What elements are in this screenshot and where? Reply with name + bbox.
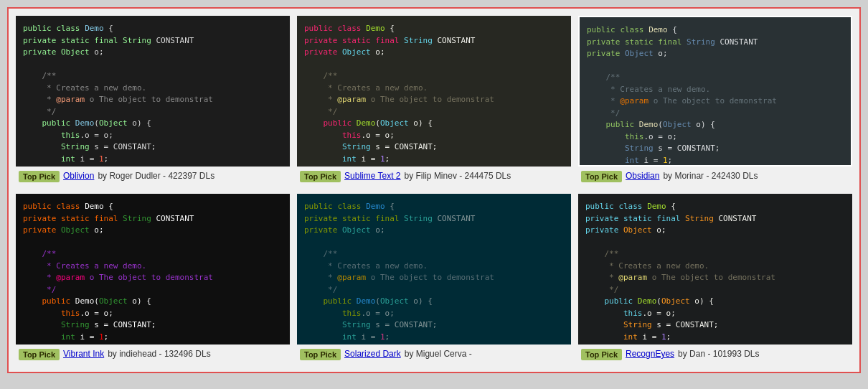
theme-name-obsidian[interactable]: Obsidian	[626, 171, 659, 181]
top-pick-badge-oblivion: Top Pick	[19, 171, 60, 182]
theme-card-recogneyes[interactable]: public class Demo { private static final…	[578, 194, 852, 365]
theme-name-recogneyes[interactable]: RecognEyes	[626, 349, 674, 359]
theme-card-vibrant[interactable]: public class Demo { private static final…	[16, 194, 290, 365]
theme-info-vibrant: Top PickVibrant Ink by indiehead - 13249…	[16, 345, 290, 365]
theme-name-oblivion[interactable]: Oblivion	[63, 171, 94, 181]
theme-gallery: public class Demo { private static final…	[7, 7, 861, 373]
theme-preview-recogneyes[interactable]: public class Demo { private static final…	[578, 194, 852, 345]
theme-preview-obsidian[interactable]: public class Demo { private static final…	[578, 16, 852, 167]
theme-card-obsidian[interactable]: public class Demo { private static final…	[578, 16, 852, 187]
theme-info-oblivion: Top PickOblivion by Roger Dudler - 42239…	[16, 167, 290, 187]
top-pick-badge-vibrant: Top Pick	[19, 349, 60, 360]
theme-info-sublime: Top PickSublime Text 2 by Filip Minev - …	[297, 167, 571, 187]
theme-info-solarized: Top PickSolarized Dark by Miguel Cerva -	[297, 345, 571, 365]
top-pick-badge-obsidian: Top Pick	[581, 171, 622, 182]
theme-name-sublime[interactable]: Sublime Text 2	[344, 171, 401, 181]
theme-card-oblivion[interactable]: public class Demo { private static final…	[16, 16, 290, 187]
top-pick-badge-recogneyes: Top Pick	[581, 349, 622, 360]
theme-name-solarized[interactable]: Solarized Dark	[344, 349, 401, 359]
theme-meta-obsidian: by Morinar - 242430 DLs	[663, 171, 758, 181]
theme-preview-vibrant[interactable]: public class Demo { private static final…	[16, 194, 290, 345]
theme-card-solarized[interactable]: public class Demo { private static final…	[297, 194, 571, 365]
theme-name-vibrant[interactable]: Vibrant Ink	[63, 349, 104, 359]
theme-preview-solarized[interactable]: public class Demo { private static final…	[297, 194, 571, 345]
theme-info-obsidian: Top PickObsidian by Morinar - 242430 DLs	[578, 167, 852, 187]
theme-meta-oblivion: by Roger Dudler - 422397 DLs	[98, 171, 214, 181]
theme-meta-solarized: by Miguel Cerva -	[405, 349, 472, 359]
theme-card-sublime[interactable]: public class Demo { private static final…	[297, 16, 571, 187]
theme-preview-sublime[interactable]: public class Demo { private static final…	[297, 16, 571, 167]
theme-preview-oblivion[interactable]: public class Demo { private static final…	[16, 16, 290, 167]
theme-meta-vibrant: by indiehead - 132496 DLs	[108, 349, 210, 359]
theme-meta-sublime: by Filip Minev - 244475 DLs	[405, 171, 511, 181]
top-pick-badge-sublime: Top Pick	[300, 171, 341, 182]
top-pick-badge-solarized: Top Pick	[300, 349, 341, 360]
theme-grid: public class Demo { private static final…	[16, 16, 852, 365]
theme-meta-recogneyes: by Dan - 101993 DLs	[678, 349, 759, 359]
theme-info-recogneyes: Top PickRecognEyes by Dan - 101993 DLs	[578, 345, 852, 365]
